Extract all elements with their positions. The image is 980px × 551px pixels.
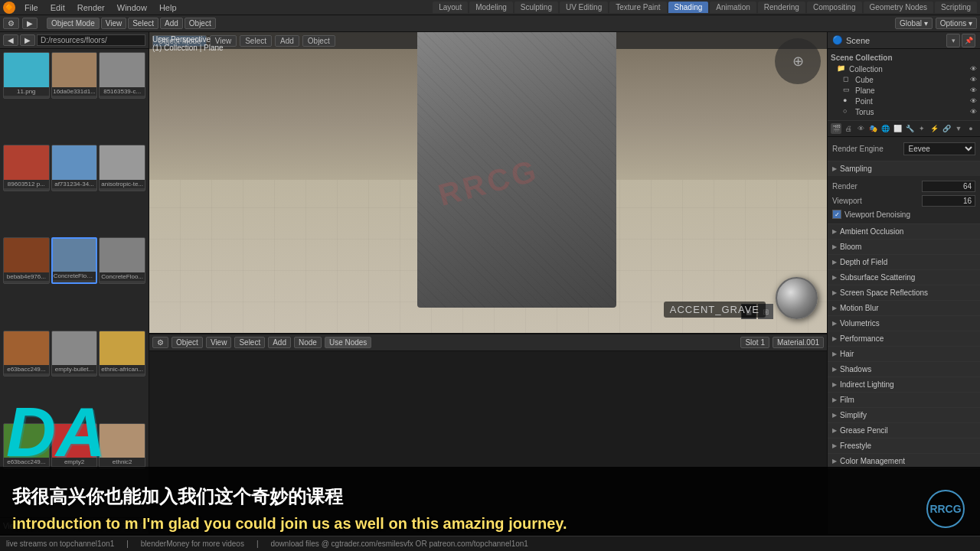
depth-of-field-header[interactable]: ▶ Depth of Field — [828, 255, 980, 269]
bloom-header[interactable]: ▶ Bloom — [828, 240, 980, 254]
viewport-denoising-checkbox[interactable] — [832, 210, 841, 219]
asset-item-13[interactable]: empty2 — [51, 423, 98, 470]
node-toolbar-view[interactable]: View — [206, 337, 232, 348]
ambient-occlusion-header[interactable]: ▶ Ambient Occlusion — [828, 224, 980, 239]
asset-item-7[interactable]: ConcreteFloo... — [51, 237, 98, 284]
menu-help[interactable]: Help — [156, 3, 180, 12]
indirect-lighting-header[interactable]: ▶ Indirect Lighting — [828, 377, 980, 392]
freestyle-header[interactable]: ▶ Freestyle — [828, 439, 980, 453]
subsurface-header[interactable]: ▶ Subsurface Scattering — [828, 270, 980, 285]
sampling-section: ▶ Sampling Render Viewport Viewport Deno… — [828, 161, 980, 224]
node-toolbar-select[interactable]: Select — [234, 337, 265, 348]
asset-item-12[interactable]: e63bacc249... — [3, 423, 50, 470]
workspace-texture-paint[interactable]: Texture Paint — [609, 2, 666, 13]
grease-pencil-header[interactable]: ▶ Grease Pencil — [828, 423, 980, 438]
workspace-layout[interactable]: Layout — [433, 2, 468, 13]
eye-btn-point[interactable]: 👁 — [970, 97, 977, 105]
performance-header[interactable]: ▶ Performance — [828, 331, 980, 346]
prop-icon-data[interactable]: ▼ — [953, 123, 964, 134]
asset-item-8[interactable]: ConcreteFloo... — [99, 237, 145, 284]
prop-icon-material[interactable]: ● — [965, 123, 976, 134]
workspace-rendering[interactable]: Rendering — [758, 2, 805, 13]
prop-icon-physics[interactable]: ⚡ — [929, 123, 939, 134]
scene-item-collection[interactable]: 📁 Collection 👁 — [831, 64, 977, 74]
workspace-sculpting[interactable]: Sculpting — [514, 2, 558, 13]
btn-add[interactable]: Add — [160, 18, 183, 29]
scene-item-cube[interactable]: ◻ Cube 👁 — [831, 74, 977, 85]
btn-select[interactable]: Select — [128, 18, 158, 29]
render-engine-select[interactable]: Eevee Cycles — [903, 142, 976, 155]
node-toolbar-use-nodes[interactable]: Use Nodes — [325, 337, 371, 348]
nav-gizmo[interactable] — [775, 38, 821, 84]
prop-icon-particles[interactable]: ✦ — [916, 123, 927, 134]
btn-options[interactable]: Options ▾ — [936, 18, 977, 29]
viewport-nav-gizmo[interactable] — [775, 38, 821, 84]
viewport-3d[interactable]: Object Mode View Select Add Object RRCG … — [149, 32, 827, 334]
asset-item-4[interactable]: af731234-34... — [51, 145, 98, 191]
workspace-scripting[interactable]: Scripting — [935, 2, 977, 13]
asset-item-1[interactable]: 16da0e331d1... — [51, 52, 98, 99]
menu-window[interactable]: Window — [114, 3, 150, 12]
ssr-header[interactable]: ▶ Screen Space Reflections — [828, 285, 980, 300]
workspace-uv-editing[interactable]: UV Editing — [560, 2, 608, 13]
scene-item-point[interactable]: ● Point 👁 — [831, 96, 977, 106]
simplify-header[interactable]: ▶ Simplify — [828, 408, 980, 422]
toolbar-play[interactable]: ▶ — [22, 18, 38, 29]
asset-item-14[interactable]: ethnic2 — [99, 423, 145, 470]
menu-file[interactable]: File — [21, 3, 41, 12]
shadows-header[interactable]: ▶ Shadows — [828, 362, 980, 377]
scene-item-plane[interactable]: ▭ Plane 👁 — [831, 85, 977, 96]
node-toolbar-object[interactable]: Object — [172, 337, 203, 348]
asset-item-10[interactable]: empty-bullet... — [51, 331, 98, 377]
volumetrics-header[interactable]: ▶ Volumetrics — [828, 316, 980, 331]
asset-item-11[interactable]: ethnic-african... — [99, 331, 145, 377]
prop-icon-modifier[interactable]: 🔧 — [904, 123, 915, 134]
menu-edit[interactable]: Edit — [47, 3, 68, 12]
prop-icon-object[interactable]: ⬜ — [892, 123, 903, 134]
btn-object-mode[interactable]: Object Mode — [47, 18, 100, 29]
workspace-geometry-nodes[interactable]: Geometry Nodes — [864, 2, 934, 13]
scene-item-torus[interactable]: ○ Torus 👁 — [831, 106, 977, 117]
asset-item-5[interactable]: anisotropic-te... — [99, 145, 145, 191]
asset-item-6[interactable]: bebab4e976... — [3, 237, 50, 284]
asset-item-9[interactable]: e63bacc249... — [3, 331, 50, 377]
node-slot-select[interactable]: Slot 1 — [740, 337, 769, 348]
asset-item-0[interactable]: 11.png — [3, 52, 50, 99]
workspace-shading[interactable]: Shading — [668, 2, 709, 13]
viewport-samples-input[interactable] — [922, 195, 975, 207]
hair-header[interactable]: ▶ Hair — [828, 347, 980, 361]
eye-btn-torus[interactable]: 👁 — [970, 108, 977, 116]
node-toolbar-icon[interactable]: ⚙ — [152, 337, 168, 348]
btn-view[interactable]: View — [101, 18, 127, 29]
eye-btn-cube[interactable]: 👁 — [970, 76, 977, 83]
menu-render[interactable]: Render — [74, 3, 108, 12]
render-samples-input[interactable] — [922, 181, 975, 192]
btn-global[interactable]: Global ▾ — [895, 18, 933, 29]
prop-icon-view[interactable]: 👁 — [855, 123, 866, 134]
right-panel-pin[interactable]: 📌 — [962, 34, 975, 47]
workspace-compositing[interactable]: Compositing — [807, 2, 862, 13]
workspace-animation[interactable]: Animation — [710, 2, 756, 13]
asset-path-input[interactable] — [37, 34, 145, 46]
asset-nav-fwd[interactable]: ▶ — [20, 34, 35, 46]
eye-btn-collection[interactable]: 👁 — [970, 65, 977, 73]
motion-blur-header[interactable]: ▶ Motion Blur — [828, 301, 980, 315]
node-material-select[interactable]: Material.001 — [773, 337, 824, 348]
film-header[interactable]: ▶ Film — [828, 393, 980, 407]
eye-btn-plane[interactable]: 👁 — [970, 86, 977, 94]
asset-item-3[interactable]: 89603512 p... — [3, 145, 50, 191]
toolbar-icons[interactable]: ⚙ — [3, 18, 19, 29]
workspace-modeling[interactable]: Modeling — [469, 2, 513, 13]
prop-icon-world[interactable]: 🌐 — [880, 123, 890, 134]
sampling-header[interactable]: ▶ Sampling — [828, 161, 980, 176]
asset-item-2[interactable]: 85163539-c... — [99, 52, 145, 99]
asset-nav-back[interactable]: ◀ — [3, 34, 18, 46]
prop-icon-render[interactable]: 🎬 — [831, 123, 841, 134]
btn-object[interactable]: Object — [185, 18, 216, 29]
node-toolbar-node[interactable]: Node — [294, 337, 322, 348]
right-panel-browse[interactable]: ▾ — [946, 34, 960, 47]
prop-icon-output[interactable]: 🖨 — [843, 123, 854, 134]
prop-icon-constraints[interactable]: 🔗 — [941, 123, 952, 134]
prop-icon-scene[interactable]: 🎭 — [867, 123, 878, 134]
node-toolbar-add[interactable]: Add — [268, 337, 291, 348]
